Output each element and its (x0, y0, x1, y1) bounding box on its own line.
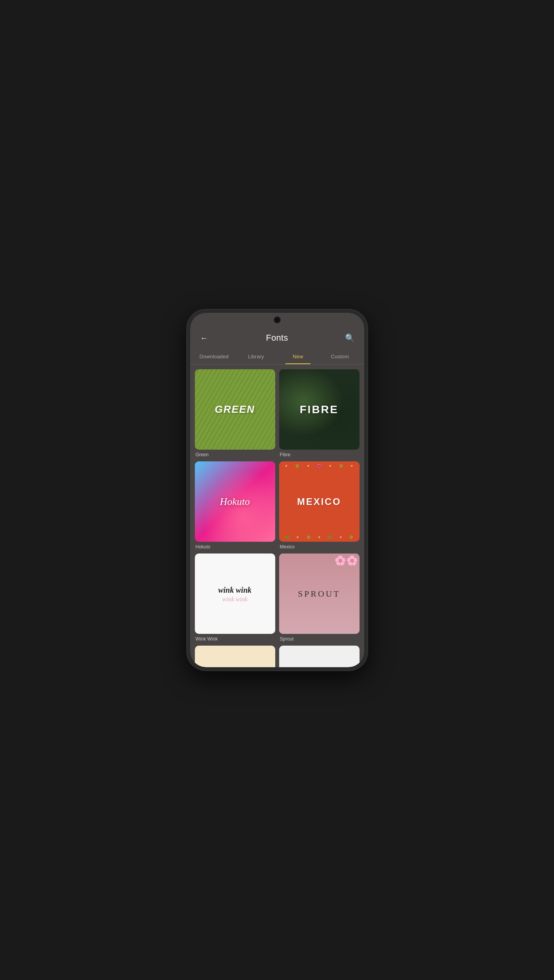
font-label-hokuto: Hokuto (195, 544, 275, 550)
font-thumb-green: GReeN (195, 369, 275, 450)
font-item-wink[interactable]: wink wink wink wink Wink Wink (195, 554, 275, 642)
mexico-row-top: ✦🌵✦🌺✦🌵✦ (282, 464, 357, 468)
font-item-sprout[interactable]: 🌸🌸 SPROUT Sprout (279, 554, 360, 642)
font-preview-fibre: FIBRE (300, 403, 339, 416)
font-thumb-sprout: 🌸🌸 SPROUT (279, 554, 360, 634)
font-label-sprout: Sprout (279, 636, 360, 642)
font-grid: GReeN Green FIBRE Fibre (195, 369, 360, 642)
tab-new[interactable]: New (277, 349, 319, 364)
tab-downloaded[interactable]: Downloaded (193, 349, 235, 364)
page-title: Fonts (266, 333, 288, 343)
font-item-mexico[interactable]: ✦🌵✦🌺✦🌵✦ 🌿✦🌵✦🌿✦🌵 MEXICO Mexico (279, 461, 360, 550)
font-item-fibre[interactable]: FIBRE Fibre (279, 369, 360, 457)
font-thumb-wink: wink wink wink wink (195, 554, 275, 634)
font-label-wink: Wink Wink (195, 636, 275, 642)
font-list: GReeN Green FIBRE Fibre (190, 365, 364, 667)
font-thumb-partial-1[interactable] (195, 646, 275, 667)
wink-content: wink wink wink wink (218, 585, 251, 603)
phone-frame: ← Fonts 🔍 Downloaded Library New Custom … (187, 310, 367, 670)
font-preview-mexico: MEXICO (297, 496, 341, 507)
tab-custom[interactable]: Custom (319, 349, 361, 364)
font-thumb-hokuto: Hokuto (195, 461, 275, 542)
tab-bar: Downloaded Library New Custom (190, 349, 364, 365)
tab-library[interactable]: Library (235, 349, 277, 364)
font-item-hokuto[interactable]: Hokuto Hokuto (195, 461, 275, 550)
app-header: ← Fonts 🔍 (190, 327, 364, 349)
font-preview-wink-main: wink wink (218, 585, 251, 595)
back-button[interactable]: ← (198, 332, 211, 344)
phone-screen: ← Fonts 🔍 Downloaded Library New Custom … (190, 313, 364, 667)
font-preview-wink-sub: wink wink (222, 596, 247, 603)
partial-font-row (195, 646, 360, 667)
font-thumb-fibre: FIBRE (279, 369, 360, 450)
search-button[interactable]: 🔍 (344, 332, 356, 344)
camera-notch (274, 316, 281, 323)
font-preview-sprout: SPROUT (298, 589, 340, 599)
font-label-mexico: Mexico (279, 544, 360, 550)
flower-decoration: 🌸🌸 (334, 555, 358, 566)
font-label-fibre: Fibre (279, 452, 360, 457)
font-item-green[interactable]: GReeN Green (195, 369, 275, 457)
font-preview-hokuto: Hokuto (220, 496, 250, 508)
font-label-green: Green (195, 452, 275, 457)
font-thumb-mexico: ✦🌵✦🌺✦🌵✦ 🌿✦🌵✦🌿✦🌵 MEXICO (279, 461, 360, 542)
font-preview-green: GReeN (215, 403, 255, 416)
mexico-row-bottom: 🌿✦🌵✦🌿✦🌵 (282, 535, 357, 539)
status-bar (190, 313, 364, 327)
font-thumb-partial-2[interactable] (279, 646, 360, 667)
